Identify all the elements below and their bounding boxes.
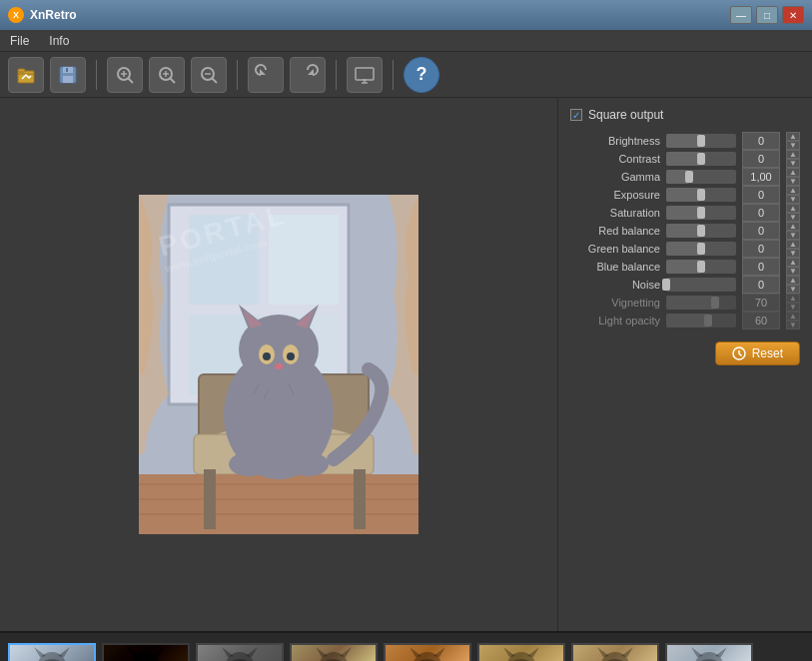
spin-up-1[interactable]: ▲: [786, 150, 800, 159]
slider-row-green-balance: Green balance0▲▼: [570, 240, 800, 258]
slider-row-vignetting: Vignetting70▲▼: [570, 294, 800, 312]
title-controls: — □ ✕: [730, 6, 804, 24]
slider-thumb-5[interactable]: [697, 225, 705, 237]
slider-track-7[interactable]: [666, 260, 736, 274]
spin-down-4[interactable]: ▼: [786, 213, 800, 222]
slider-track-3[interactable]: [666, 188, 736, 202]
spin-down-5[interactable]: ▼: [786, 231, 800, 240]
minimize-button[interactable]: —: [730, 6, 752, 24]
spin-up-3[interactable]: ▲: [786, 186, 800, 195]
slider-value-4: 0: [742, 204, 780, 222]
menu-bar: File Info: [0, 30, 812, 52]
zoom-fit-button[interactable]: [107, 57, 143, 93]
monitor-button[interactable]: [347, 57, 383, 93]
slider-label-10: Light opacity: [570, 315, 660, 327]
slider-thumb-10[interactable]: [704, 315, 712, 327]
spin-up-8[interactable]: ▲: [786, 276, 800, 285]
thumbnail-item[interactable]: Retro 4: [384, 643, 471, 661]
spin-up-9[interactable]: ▲: [786, 294, 800, 303]
slider-value-3: 0: [742, 186, 780, 204]
svg-point-49: [275, 363, 283, 369]
spin-up-2[interactable]: ▲: [786, 168, 800, 177]
slider-value-6: 0: [742, 240, 780, 258]
toolbar: ?: [0, 52, 812, 98]
spin-buttons-0: ▲▼: [786, 132, 800, 150]
slider-track-10[interactable]: [666, 314, 736, 328]
zoom-in-button[interactable]: [149, 57, 185, 93]
rotate-left-button[interactable]: [248, 57, 284, 93]
svg-rect-1: [18, 69, 25, 72]
open-file-button[interactable]: [8, 57, 44, 93]
slider-row-brightness: Brightness0▲▼: [570, 132, 800, 150]
spin-down-1[interactable]: ▼: [786, 159, 800, 168]
thumbnail-item[interactable]: Retro 1: [102, 643, 190, 661]
svg-rect-33: [139, 474, 418, 534]
rotate-right-button[interactable]: [290, 57, 326, 93]
slider-track-6[interactable]: [666, 242, 736, 256]
spin-buttons-3: ▲▼: [786, 186, 800, 204]
close-button[interactable]: ✕: [782, 6, 804, 24]
thumbnail-item[interactable]: Retro 6: [571, 643, 659, 661]
slider-thumb-8[interactable]: [662, 279, 670, 291]
svg-rect-0: [18, 71, 34, 83]
thumbnail-item[interactable]: No Effect: [8, 643, 96, 661]
menu-info[interactable]: Info: [45, 32, 73, 50]
slider-row-exposure: Exposure0▲▼: [570, 186, 800, 204]
slider-track-4[interactable]: [666, 206, 736, 220]
slider-value-8: 0: [742, 276, 780, 294]
spin-up-5[interactable]: ▲: [786, 222, 800, 231]
svg-rect-19: [356, 68, 374, 80]
square-output-checkbox[interactable]: ✓: [570, 109, 582, 121]
slider-value-10: 60: [742, 312, 780, 330]
spin-down-8[interactable]: ▼: [786, 285, 800, 294]
thumbnail-image: [384, 643, 471, 661]
thumbnail-item[interactable]: Retro 3: [290, 643, 378, 661]
maximize-button[interactable]: □: [756, 6, 778, 24]
spin-down-2[interactable]: ▼: [786, 177, 800, 186]
spin-down-7[interactable]: ▼: [786, 267, 800, 276]
slider-track-2[interactable]: [666, 170, 736, 184]
slider-thumb-6[interactable]: [697, 243, 705, 255]
spin-down-3[interactable]: ▼: [786, 195, 800, 204]
slider-thumb-9[interactable]: [711, 297, 719, 309]
thumbnail-item[interactable]: Retro: [665, 643, 753, 661]
square-output-row: ✓ Square output: [570, 108, 800, 122]
spin-down-6[interactable]: ▼: [786, 249, 800, 258]
svg-point-48: [287, 352, 295, 360]
spin-up-10[interactable]: ▲: [786, 312, 800, 321]
spin-up-4[interactable]: ▲: [786, 204, 800, 213]
spin-down-10[interactable]: ▼: [786, 321, 800, 330]
slider-track-8[interactable]: [666, 278, 736, 292]
spin-up-6[interactable]: ▲: [786, 240, 800, 249]
spin-down-0[interactable]: ▼: [786, 141, 800, 150]
slider-value-2: 1,00: [742, 168, 780, 186]
slider-track-0[interactable]: [666, 134, 736, 148]
slider-row-gamma: Gamma1,00▲▼: [570, 168, 800, 186]
reset-button[interactable]: Reset: [715, 341, 800, 365]
slider-thumb-4[interactable]: [697, 207, 705, 219]
slider-thumb-3[interactable]: [697, 189, 705, 201]
slider-thumb-7[interactable]: [697, 261, 705, 273]
slider-label-4: Saturation: [570, 207, 660, 219]
slider-thumb-0[interactable]: [697, 135, 705, 147]
thumbnail-image: [8, 643, 96, 661]
save-button[interactable]: [50, 57, 86, 93]
thumbnail-item[interactable]: Retro 2: [196, 643, 284, 661]
slider-label-9: Vignetting: [570, 297, 660, 309]
svg-rect-38: [354, 469, 366, 529]
slider-value-5: 0: [742, 222, 780, 240]
spin-up-0[interactable]: ▲: [786, 132, 800, 141]
zoom-out-button[interactable]: [191, 57, 227, 93]
slider-track-1[interactable]: [666, 152, 736, 166]
title-bar: X XnRetro — □ ✕: [0, 0, 812, 30]
slider-thumb-2[interactable]: [685, 171, 693, 183]
svg-rect-37: [204, 469, 216, 529]
help-button[interactable]: ?: [404, 57, 439, 93]
slider-track-9[interactable]: [666, 296, 736, 310]
slider-track-5[interactable]: [666, 224, 736, 238]
thumbnail-item[interactable]: Retro 5: [477, 643, 565, 661]
spin-down-9[interactable]: ▼: [786, 303, 800, 312]
slider-thumb-1[interactable]: [697, 153, 705, 165]
spin-up-7[interactable]: ▲: [786, 258, 800, 267]
menu-file[interactable]: File: [6, 32, 33, 50]
